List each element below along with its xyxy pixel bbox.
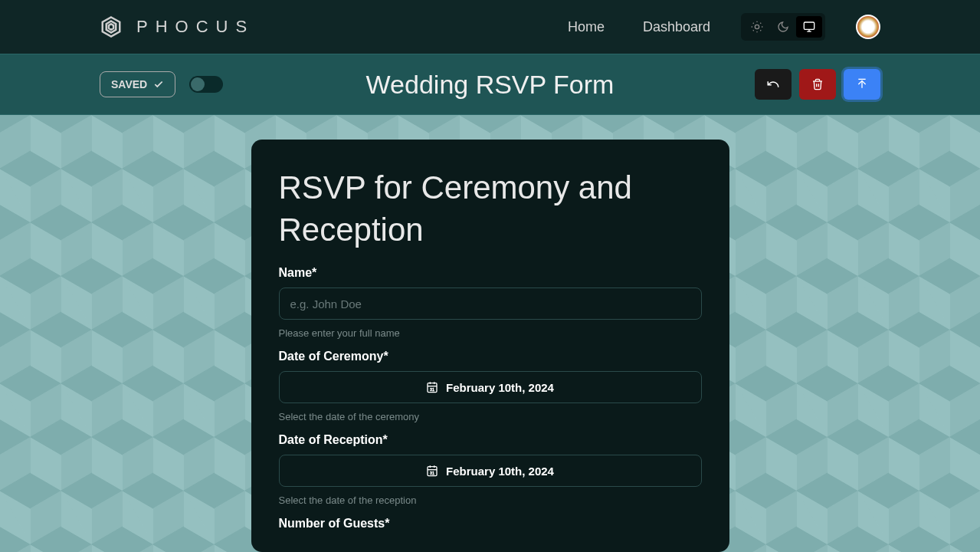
saved-badge: SAVED [100,71,175,97]
toggle-knob [191,77,205,91]
saved-label: SAVED [111,78,147,90]
theme-switcher [741,13,825,41]
svg-line-7 [760,30,761,31]
reception-help: Select the date of the reception [279,495,702,506]
form-card: RSVP for Ceremony and Reception Name* Pl… [251,140,729,552]
calendar-icon: 31 [426,381,438,393]
field-guests: Number of Guests* [279,517,702,531]
field-reception-date: Date of Reception* 31 February 10th, 202… [279,433,702,506]
ceremony-help: Select the date of the ceremony [279,411,702,422]
calendar-icon: 31 [426,465,438,477]
field-name: Name* Please enter your full name [279,266,702,339]
undo-icon [766,77,780,91]
form-heading: RSVP for Ceremony and Reception [279,167,702,251]
name-help: Please enter your full name [279,327,702,339]
reception-label: Date of Reception* [279,433,702,447]
monitor-icon [803,21,815,33]
moon-icon [777,21,789,33]
avatar[interactable] [856,15,880,39]
svg-line-6 [753,23,754,24]
svg-text:31: 31 [430,471,434,475]
svg-line-11 [760,23,761,24]
reception-date-picker[interactable]: 31 February 10th, 2024 [279,455,702,487]
reception-date-value: February 10th, 2024 [446,465,554,478]
svg-line-10 [753,30,754,31]
trash-icon [811,78,824,90]
svg-marker-2 [109,24,113,30]
ceremony-label: Date of Ceremony* [279,350,702,363]
theme-dark-button[interactable] [770,16,796,38]
brand[interactable]: PHOCUS [100,15,254,38]
svg-point-3 [755,25,759,28]
name-input[interactable] [279,288,702,320]
publish-toggle[interactable] [189,76,223,93]
check-icon [153,79,164,90]
form-title[interactable]: Wedding RSVP Form [366,70,615,100]
top-navigation: PHOCUS Home Dashboard [0,0,980,54]
name-label: Name* [279,266,702,280]
guests-label: Number of Guests* [279,517,702,531]
ceremony-date-picker[interactable]: 31 February 10th, 2024 [279,371,702,403]
logo-icon [100,15,123,38]
nav-dashboard[interactable]: Dashboard [643,19,710,35]
ceremony-date-value: February 10th, 2024 [446,381,554,394]
field-ceremony-date: Date of Ceremony* 31 February 10th, 2024… [279,350,702,422]
publish-button[interactable] [844,69,880,100]
upload-icon [856,78,868,90]
nav-home[interactable]: Home [568,19,605,35]
sun-icon [751,21,763,33]
svg-text:31: 31 [430,387,434,392]
content-area: RSVP for Ceremony and Reception Name* Pl… [0,115,980,552]
theme-system-button[interactable] [796,16,822,38]
svg-rect-12 [804,22,814,29]
delete-button[interactable] [799,69,836,100]
theme-light-button[interactable] [744,16,770,38]
form-toolbar: SAVED Wedding RSVP Form [0,54,980,115]
brand-name: PHOCUS [136,17,254,37]
undo-button[interactable] [755,69,792,100]
